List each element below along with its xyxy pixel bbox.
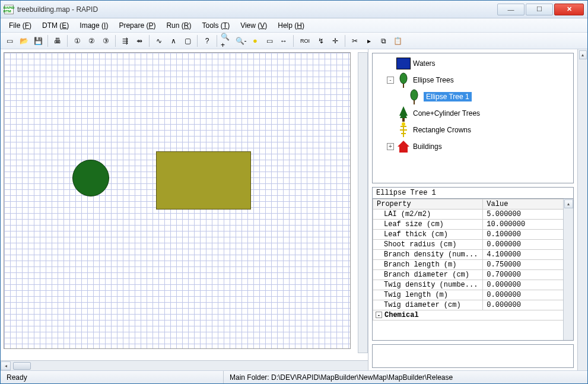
toolbar-cut-button[interactable]: ✂ <box>348 34 361 47</box>
toolbar-zoom-out-button[interactable]: 🔍- <box>234 34 247 47</box>
window-controls: — ☐ ✕ <box>497 4 584 15</box>
property-row[interactable]: Leaf thick (cm)0.100000 <box>373 230 573 240</box>
tree-node-rectangle-crowns[interactable]: Rectangle Crowns <box>374 122 572 138</box>
menu-image[interactable]: Image (I) <box>75 20 113 31</box>
property-row[interactable]: Leaf size (cm)10.000000 <box>373 220 573 230</box>
collapse-icon[interactable]: - <box>376 312 382 318</box>
property-row[interactable]: Twig length (m)0.000000 <box>373 290 573 300</box>
prop-header-name[interactable]: Property <box>373 199 483 210</box>
toolbar-new-button[interactable]: ▭ <box>3 34 16 47</box>
expander-icon[interactable]: + <box>387 143 394 150</box>
property-row[interactable]: Branch density (num...4.100000 <box>373 250 573 260</box>
menu-help[interactable]: Help (H) <box>273 20 309 31</box>
toolbar-open-button[interactable]: 📂 <box>17 34 30 47</box>
scroll-up-button[interactable]: ▴ <box>564 199 573 208</box>
toolbar-zoom-in-button[interactable]: 🔍+ <box>220 34 233 47</box>
property-group-row[interactable]: -Chemical <box>373 310 573 320</box>
property-row[interactable]: LAI (m2/m2)5.000000 <box>373 210 573 220</box>
toolbar: ▭📂💾🖶①②③⇶⇴∿∧▢?🔍+🔍-●▭↔ROI↯✛✂▸⧉📋 <box>1 33 587 49</box>
toolbar-hier2-button[interactable]: ⇴ <box>133 34 146 47</box>
toolbar-save-button[interactable]: 💾 <box>31 34 45 47</box>
property-row[interactable]: Branch length (m)0.750000 <box>373 260 573 270</box>
tree-node-ellipse-trees[interactable]: -Ellipse Trees <box>374 72 572 88</box>
prop-header-value[interactable]: Value <box>483 199 573 210</box>
toolbar-graph-button[interactable]: ∧ <box>167 34 180 47</box>
selected-object-title: Ellipse Tree 1 <box>372 187 574 198</box>
water-icon <box>396 56 411 71</box>
property-value[interactable]: 5.000000 <box>483 210 573 220</box>
toolbar-hier1-button[interactable]: ⇶ <box>119 34 132 47</box>
property-name: Branch diameter (cm) <box>373 270 483 280</box>
menubar: File (F)DTM (E)Image (I)Prepare (P)Run (… <box>1 18 587 33</box>
menu-file[interactable]: File (F) <box>4 20 36 31</box>
tree-node-ellipse-tree-1[interactable]: Ellipse Tree 1 <box>374 89 572 104</box>
toolbar-circle-tool-button[interactable]: ● <box>249 34 262 47</box>
canvas-vscrollbar[interactable] <box>358 52 368 353</box>
toolbar-n2-button[interactable]: ② <box>85 34 98 47</box>
svg-marker-8 <box>398 141 409 147</box>
tree-node-label: Waters <box>413 59 436 68</box>
right-vscrollbar[interactable]: ▴ <box>577 49 587 370</box>
toolbar-swap-button[interactable]: ↔ <box>277 34 290 47</box>
property-value[interactable]: 0.000000 <box>483 300 573 310</box>
property-value[interactable]: 0.100000 <box>483 230 573 240</box>
rect-crown-icon <box>396 123 411 137</box>
toolbar-polyline-button[interactable]: ↯ <box>314 34 328 47</box>
property-row[interactable]: Branch diameter (cm)0.700000 <box>373 270 573 280</box>
canvas-grid[interactable] <box>4 52 351 349</box>
menu-dtm[interactable]: DTM (E) <box>37 20 74 31</box>
property-name: LAI (m2/m2) <box>373 210 483 220</box>
menu-view[interactable]: View (V) <box>236 20 272 31</box>
toolbar-print-button[interactable]: 🖶 <box>51 34 64 47</box>
property-value[interactable]: 0.700000 <box>483 270 573 280</box>
property-grid[interactable]: Property Value LAI (m2/m2)5.000000Leaf s… <box>372 198 574 341</box>
property-value[interactable]: 4.100000 <box>483 250 573 260</box>
toolbar-rect-button[interactable]: ▢ <box>181 34 194 47</box>
scroll-thumb[interactable] <box>13 362 31 370</box>
cone-tree-icon <box>398 105 409 122</box>
property-value[interactable]: 0.000000 <box>483 280 573 290</box>
menu-tools[interactable]: Tools (T) <box>197 20 234 31</box>
property-value[interactable]: 10.000000 <box>483 220 573 230</box>
property-value[interactable]: 0.000000 <box>483 240 573 250</box>
toolbar-cross-button[interactable]: ✛ <box>329 34 342 47</box>
tree-node-label: Ellipse Tree 1 <box>424 92 472 101</box>
toolbar-help-button[interactable]: ? <box>201 34 214 47</box>
svg-rect-9 <box>399 147 408 153</box>
close-button[interactable]: ✕ <box>554 4 584 15</box>
canvas-pane: ◂ <box>1 49 368 370</box>
canvas-scroll[interactable] <box>1 49 368 360</box>
scroll-left-button[interactable]: ◂ <box>1 361 11 370</box>
property-value[interactable]: 0.000000 <box>483 290 573 300</box>
property-value[interactable]: 0.750000 <box>483 260 573 270</box>
expander-icon[interactable]: - <box>387 77 394 84</box>
toolbar-sel-rect-button[interactable]: ▭ <box>263 34 276 47</box>
scroll-up-button[interactable]: ▴ <box>579 50 587 59</box>
toolbar-copy-button[interactable]: ⧉ <box>377 34 390 47</box>
building-icon <box>396 139 411 154</box>
propgrid-vscrollbar[interactable]: ▴ <box>563 199 573 340</box>
toolbar-curve-button[interactable]: ∿ <box>152 34 166 47</box>
tree-node-cone-cylinder-trees[interactable]: Cone+Cylinder Trees <box>374 106 572 121</box>
property-row[interactable]: Twig density (numbe...0.000000 <box>373 280 573 290</box>
property-row[interactable]: Shoot radius (cm)0.000000 <box>373 240 573 250</box>
ellipse-tree-shape[interactable] <box>72 160 109 196</box>
minimize-button[interactable]: — <box>497 4 525 15</box>
menu-prepare[interactable]: Prepare (P) <box>114 20 160 31</box>
canvas-hscrollbar[interactable]: ◂ <box>1 360 368 370</box>
property-row[interactable]: Twig diameter (cm)0.000000 <box>373 300 573 310</box>
toolbar-n1-button[interactable]: ① <box>71 34 84 47</box>
toolbar-n3-button[interactable]: ③ <box>99 34 112 47</box>
maximize-button[interactable]: ☐ <box>526 4 553 15</box>
toolbar-paste-button[interactable]: 📋 <box>391 34 404 47</box>
menu-run[interactable]: Run (R) <box>161 20 196 31</box>
toolbar-play-button[interactable]: ▸ <box>363 34 376 47</box>
tree-node-buildings[interactable]: +Buildings <box>374 139 572 154</box>
tree-node-label: Ellipse Trees <box>413 76 454 84</box>
tree-node-waters[interactable]: Waters <box>374 56 572 71</box>
toolbar-roi-button[interactable]: ROI <box>297 34 313 47</box>
status-left: Ready <box>1 371 223 383</box>
right-content: Waters-Ellipse TreesEllipse Tree 1Cone+C… <box>368 49 577 370</box>
object-tree[interactable]: Waters-Ellipse TreesEllipse Tree 1Cone+C… <box>372 53 574 183</box>
building-shape[interactable] <box>156 151 251 210</box>
